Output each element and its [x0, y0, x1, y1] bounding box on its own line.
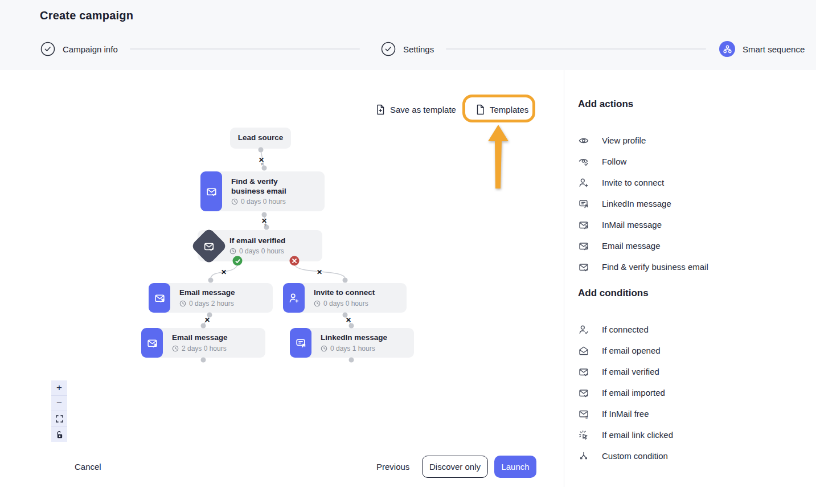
condition-label: If connected — [602, 325, 649, 334]
node-invite-to-connect[interactable]: Invite to connect 0 days 0 hours — [283, 283, 407, 313]
action-label: View profile — [602, 136, 646, 145]
condition-if-email-link-clicked[interactable]: If email link clicked — [578, 424, 816, 445]
create-campaign-page: Create campaign Campaign info Settings S… — [0, 0, 816, 504]
condition-if-inmail-free[interactable]: $ If InMail free — [578, 403, 816, 424]
condition-label: If email link clicked — [602, 430, 673, 440]
remove-edge-icon[interactable]: ✕ — [204, 317, 210, 323]
save-as-template-label: Save as template — [390, 105, 456, 114]
discover-only-button[interactable]: Discover only — [422, 456, 488, 478]
templates-label: Templates — [490, 105, 528, 114]
connection-handle — [349, 358, 354, 363]
launch-button[interactable]: Launch — [494, 456, 536, 478]
stepper-step-smart-sequence[interactable]: Smart sequence — [719, 41, 805, 57]
check-circle-icon — [381, 42, 396, 56]
mail-dollar-icon: $ — [578, 408, 589, 420]
action-inmail-message[interactable]: InMail message — [578, 214, 816, 235]
action-label: LinkedIn message — [602, 199, 671, 208]
connection-handle — [259, 147, 264, 153]
mail-check-icon — [578, 261, 589, 273]
condition-if-connected[interactable]: If connected — [578, 319, 816, 340]
step-label: Campaign info — [63, 44, 118, 54]
condition-if-email-verified[interactable]: If email verified — [578, 361, 816, 382]
step-label: Settings — [403, 44, 434, 54]
action-label: Find & verify business email — [602, 262, 708, 272]
node-title: Find & verify business email — [231, 177, 295, 196]
lock-button[interactable] — [51, 427, 67, 442]
connection-handle — [343, 278, 348, 283]
step-label: Smart sequence — [743, 44, 805, 54]
document-icon — [476, 104, 485, 115]
eye-icon — [578, 135, 589, 146]
node-linkedin-message[interactable]: LinkedIn message 0 days 1 hours — [290, 328, 414, 358]
node-duration: 0 days 0 hours — [241, 198, 286, 206]
action-view-profile[interactable]: View profile — [578, 130, 816, 151]
person-check-icon — [578, 324, 589, 335]
person-plus-icon — [578, 177, 589, 189]
cancel-button[interactable]: Cancel — [75, 462, 101, 472]
condition-if-email-imported[interactable]: If email imported — [578, 382, 816, 403]
mail-arrow-icon — [149, 283, 170, 313]
branch-yes-badge — [233, 256, 243, 266]
fit-view-button[interactable] — [51, 411, 67, 427]
chat-arrow-icon — [578, 198, 589, 210]
node-title: Invite to connect — [314, 288, 375, 298]
mail-arrow-icon — [578, 240, 589, 252]
condition-label: If email opened — [602, 346, 661, 355]
document-plus-icon — [376, 104, 385, 115]
eye-check-icon — [578, 156, 589, 167]
node-lead-source[interactable]: Lead source — [230, 128, 291, 149]
condition-custom-condition[interactable]: Custom condition — [578, 445, 816, 466]
stepper-line — [130, 48, 360, 50]
action-label: InMail message — [602, 220, 662, 230]
action-follow[interactable]: Follow — [578, 151, 816, 172]
zoom-in-button[interactable]: + — [51, 380, 67, 396]
action-email-message[interactable]: Email message — [578, 235, 816, 256]
page-title: Create campaign — [40, 9, 133, 22]
person-plus-icon — [283, 283, 305, 313]
sequence-canvas[interactable]: Save as template Templates Lead source — [0, 70, 564, 504]
remove-edge-icon[interactable]: ✕ — [317, 269, 322, 276]
condition-if-email-opened[interactable]: If email opened — [578, 340, 816, 361]
condition-label: Custom condition — [602, 451, 668, 461]
check-circle-icon — [40, 42, 55, 56]
action-find-verify-business-email[interactable]: Find & verify business email — [578, 256, 816, 277]
action-invite-to-connect[interactable]: Invite to connect — [578, 172, 816, 193]
node-title: Email message — [179, 288, 235, 298]
branch-icon — [578, 450, 589, 462]
node-title: Lead source — [238, 133, 284, 143]
save-as-template-button[interactable]: Save as template — [376, 103, 456, 116]
clock-icon — [229, 248, 236, 255]
remove-edge-icon[interactable]: ✕ — [346, 317, 351, 323]
action-linkedin-message[interactable]: LinkedIn message — [578, 193, 816, 214]
node-find-verify-business-email[interactable]: Find & verify business email 0 days 0 ho… — [200, 171, 325, 211]
node-email-message-2[interactable]: Email message 2 days 0 hours — [141, 328, 265, 358]
connection-handle — [208, 278, 214, 283]
clock-icon — [231, 198, 238, 205]
chat-arrow-icon — [290, 328, 311, 358]
edge-arrow-icon: ▾ — [264, 223, 267, 228]
mail-arrow-icon — [141, 328, 163, 358]
templates-button[interactable]: Templates — [476, 103, 528, 116]
clock-icon — [172, 345, 179, 352]
remove-edge-icon[interactable]: ✕ — [221, 269, 227, 276]
node-email-message-1[interactable]: Email message 0 days 2 hours — [149, 283, 273, 313]
connection-handle — [201, 358, 206, 363]
templates-highlight-arrow-icon — [487, 125, 509, 189]
condition-label: If InMail free — [602, 409, 649, 419]
mail-check-icon — [200, 171, 222, 211]
mail-check-icon — [578, 366, 589, 378]
add-conditions-title: Add conditions — [578, 288, 816, 299]
node-duration: 2 days 0 hours — [182, 345, 227, 353]
cursor-click-icon — [578, 429, 589, 441]
clock-icon — [321, 345, 327, 352]
zoom-out-button[interactable]: − — [51, 396, 67, 411]
stepper-line — [446, 48, 706, 50]
action-label: Follow — [602, 157, 626, 166]
previous-button[interactable]: Previous — [376, 462, 409, 472]
stepper-step-settings[interactable]: Settings — [381, 41, 434, 57]
mail-arrow-icon — [578, 219, 589, 231]
branch-no-badge — [290, 256, 300, 266]
stepper-step-campaign-info[interactable]: Campaign info — [40, 41, 118, 57]
page-header: Create campaign Campaign info Settings S… — [0, 0, 816, 70]
mail-check-icon — [203, 240, 215, 252]
